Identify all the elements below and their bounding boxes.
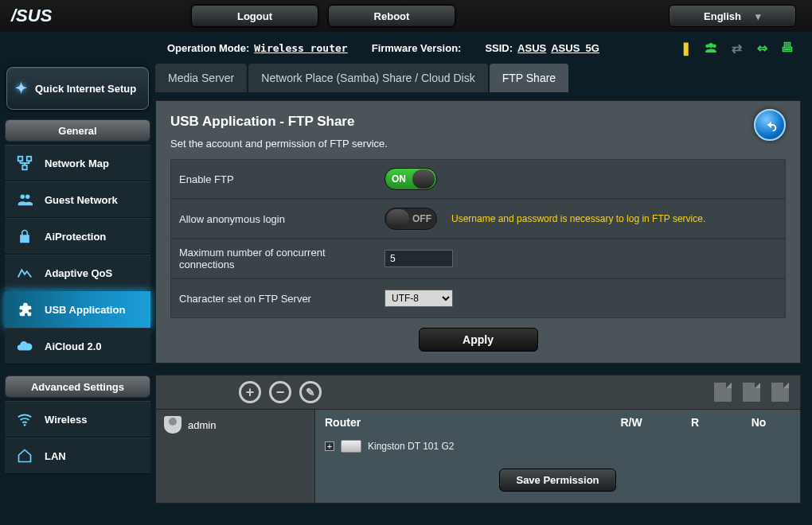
section-advanced: Advanced Settings bbox=[5, 375, 150, 398]
svg-rect-1 bbox=[27, 157, 32, 161]
tabs: Media Server Network Place (Samba) Share… bbox=[155, 64, 801, 92]
sidebar-item-wireless[interactable]: Wireless bbox=[5, 401, 150, 438]
language-select[interactable]: English bbox=[669, 5, 796, 27]
reboot-button[interactable]: Reboot bbox=[328, 5, 455, 27]
anonymous-login-hint: Username and password is necessary to lo… bbox=[451, 213, 705, 224]
col-r: R bbox=[663, 416, 727, 429]
apply-button[interactable]: Apply bbox=[419, 328, 538, 352]
top-bar: /SUS Logout Reboot English bbox=[0, 0, 812, 32]
section-general: General bbox=[5, 119, 150, 142]
ssid-1[interactable]: ASUS bbox=[517, 42, 546, 54]
sidebar-item-aiprotection[interactable]: AiProtection bbox=[5, 218, 150, 255]
max-connections-label: Maximum number of concurrent connections bbox=[171, 247, 378, 270]
avatar-icon bbox=[164, 416, 182, 434]
qos-icon bbox=[14, 262, 35, 283]
ssid-label: SSID: bbox=[485, 42, 513, 54]
row-max-connections: Maximum number of concurrent connections bbox=[170, 239, 786, 278]
puzzle-icon bbox=[14, 299, 35, 320]
tab-samba-share[interactable]: Network Place (Samba) Share / Cloud Disk bbox=[248, 64, 487, 92]
max-connections-input[interactable] bbox=[385, 250, 453, 267]
usb-icon[interactable]: ⇔ bbox=[755, 41, 769, 55]
anonymous-login-toggle[interactable]: OFF bbox=[385, 208, 437, 230]
remove-folder-icon[interactable] bbox=[743, 383, 760, 402]
edit-user-button[interactable]: ✎ bbox=[299, 381, 322, 403]
sidebar-item-aicloud[interactable]: AiCloud 2.0 bbox=[5, 328, 150, 364]
sidebar-item-guest-network[interactable]: Guest Network bbox=[5, 181, 150, 218]
enable-ftp-label: Enable FTP bbox=[171, 173, 378, 185]
tab-ftp-share[interactable]: FTP Share bbox=[490, 64, 568, 92]
status-line: Operation Mode: Wireless router Firmware… bbox=[167, 32, 812, 64]
cloud-icon bbox=[14, 336, 35, 356]
charset-label: Character set on FTP Server bbox=[171, 293, 378, 305]
svg-point-3 bbox=[24, 424, 26, 426]
guest-network-icon bbox=[14, 189, 35, 210]
ssid-2[interactable]: ASUS_5G bbox=[551, 42, 599, 54]
sidebar: ✦ Quick Internet Setup General Network M… bbox=[0, 64, 155, 515]
remove-user-button[interactable]: − bbox=[269, 381, 291, 403]
panel-title: USB Application - FTP Share bbox=[170, 114, 786, 130]
users-icon[interactable] bbox=[704, 41, 718, 55]
device-name: Kingston DT 101 G2 bbox=[368, 441, 455, 452]
expand-icon[interactable]: + bbox=[325, 441, 334, 451]
col-no: No bbox=[727, 416, 791, 429]
user-list: admin bbox=[156, 409, 315, 503]
operation-mode-label: Operation Mode: bbox=[167, 42, 249, 54]
save-permission-button[interactable]: Save Permission bbox=[499, 469, 615, 492]
network-map-icon bbox=[14, 153, 35, 173]
firmware-version-label: Firmware Version: bbox=[372, 42, 462, 54]
tab-media-server[interactable]: Media Server bbox=[155, 64, 247, 92]
logout-button[interactable]: Logout bbox=[191, 5, 318, 27]
user-row[interactable]: admin bbox=[156, 410, 314, 440]
printer-icon[interactable]: 🖶 bbox=[780, 41, 794, 55]
wand-icon: ✦ bbox=[15, 80, 27, 97]
edit-folder-icon[interactable] bbox=[771, 383, 789, 402]
wifi-icon bbox=[14, 409, 35, 430]
lock-icon bbox=[14, 226, 35, 247]
operation-mode-value[interactable]: Wireless router bbox=[254, 42, 347, 54]
add-user-button[interactable]: + bbox=[239, 381, 261, 403]
svg-rect-2 bbox=[22, 165, 27, 170]
home-icon bbox=[14, 445, 35, 466]
sidebar-item-usb-application[interactable]: USB Application bbox=[5, 291, 150, 328]
alert-icon[interactable]: ❚ bbox=[678, 41, 693, 55]
col-router: Router bbox=[325, 416, 599, 429]
enable-ftp-toggle[interactable]: ON bbox=[385, 168, 437, 190]
row-anonymous-login: Allow anonymous login OFF Username and p… bbox=[170, 199, 786, 239]
quick-internet-setup[interactable]: ✦ Quick Internet Setup bbox=[6, 67, 149, 110]
panel-desc: Set the account and permission of FTP se… bbox=[170, 138, 786, 150]
row-charset: Character set on FTP Server UTF-8 bbox=[170, 278, 786, 318]
connect-icon[interactable]: ⇄ bbox=[729, 41, 744, 55]
content: Media Server Network Place (Samba) Share… bbox=[155, 64, 812, 515]
sidebar-item-adaptive-qos[interactable]: Adaptive QoS bbox=[5, 255, 150, 291]
sidebar-item-lan[interactable]: LAN bbox=[5, 438, 150, 474]
sidebar-item-network-map[interactable]: Network Map bbox=[5, 145, 150, 181]
panel-ftp-share: USB Application - FTP Share Set the acco… bbox=[155, 100, 801, 364]
back-button[interactable] bbox=[754, 109, 786, 141]
new-folder-icon[interactable] bbox=[714, 383, 732, 402]
anonymous-login-label: Allow anonymous login bbox=[171, 213, 378, 225]
drive-icon bbox=[341, 440, 361, 453]
permissions-panel: + − ✎ admin Router bbox=[155, 375, 801, 504]
user-name: admin bbox=[188, 419, 216, 431]
col-rw: R/W bbox=[599, 416, 663, 429]
svg-rect-0 bbox=[18, 157, 23, 161]
brand-logo: /SUS bbox=[0, 0, 96, 32]
charset-select[interactable]: UTF-8 bbox=[385, 290, 453, 307]
row-enable-ftp: Enable FTP ON bbox=[170, 159, 786, 199]
rights-table: Router R/W R No + Kingston DT 101 G2 Sav… bbox=[315, 409, 800, 503]
device-row[interactable]: + Kingston DT 101 G2 bbox=[315, 435, 800, 461]
